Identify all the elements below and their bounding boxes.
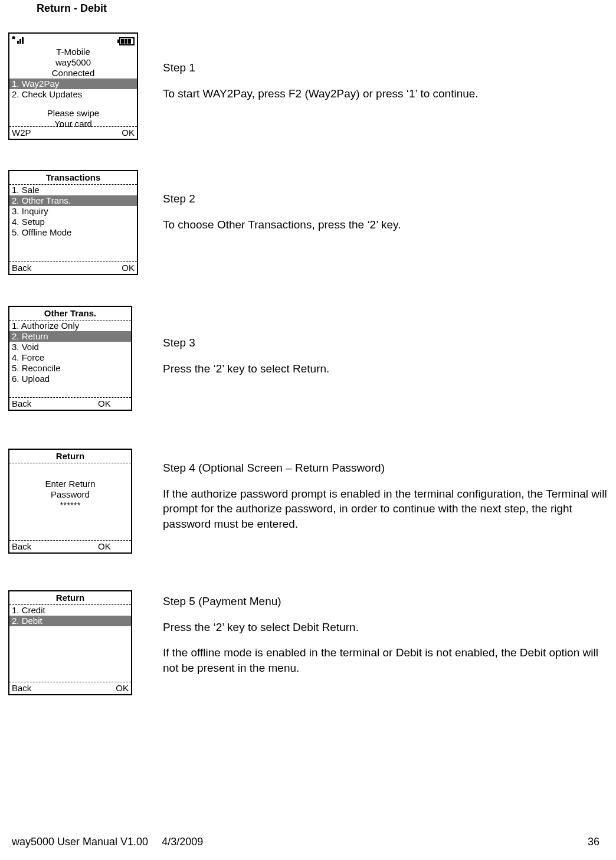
svg-rect-2: [22, 37, 24, 44]
svg-rect-1: [19, 39, 21, 44]
menu-item-upload[interactable]: 6. Upload: [9, 374, 131, 384]
step-2-title: Step 2: [163, 191, 610, 207]
softkey-left-back[interactable]: Back: [12, 541, 31, 552]
step-2-body: To choose Other Transactions, press the …: [163, 217, 610, 233]
step-3-title: Step 3: [163, 335, 610, 351]
terminal-screen-4: Return Enter Return Password ****** Back…: [8, 449, 132, 554]
menu-item-authorize-only[interactable]: 1. Authorize Only: [9, 321, 131, 331]
carrier-label: T-Mobile: [12, 47, 135, 57]
softkey-right-ok[interactable]: OK: [122, 127, 135, 138]
softkey-left-back[interactable]: Back: [12, 683, 31, 694]
step-1-block: Step 1 To start WAY2Pay, press F2 (Way2P…: [163, 60, 610, 101]
terminal-screen-1: T-Mobile way5000 Connected 1. Way2Pay 2.…: [8, 32, 138, 140]
device-label: way5000: [12, 57, 135, 68]
step-1-title: Step 1: [163, 60, 610, 76]
terminal-screen-2: Transactions 1. Sale 2. Other Trans. 3. …: [8, 170, 138, 275]
softkey-left-back[interactable]: Back: [12, 398, 31, 409]
softkey-left-w2p[interactable]: W2P: [12, 127, 31, 138]
screen-title: Return: [9, 450, 131, 463]
menu-item-return[interactable]: 2. Return: [9, 331, 131, 342]
password-prompt-line1: Enter Return: [9, 479, 131, 489]
step-1-body: To start WAY2Pay, press F2 (Way2Pay) or …: [163, 86, 610, 102]
footer-manual-version: way5000 User Manual V1.00: [12, 836, 148, 848]
menu-item-credit[interactable]: 1. Credit: [9, 605, 131, 616]
step-4-title: Step 4 (Optional Screen – Return Passwor…: [163, 460, 610, 476]
step-5-title: Step 5 (Payment Menu): [163, 594, 610, 609]
softkey-left-back[interactable]: Back: [12, 263, 31, 273]
softkey-right-ok[interactable]: OK: [122, 263, 135, 273]
menu-item-offline-mode[interactable]: 5. Offline Mode: [9, 227, 137, 238]
step-2-block: Step 2 To choose Other Transactions, pre…: [163, 191, 610, 232]
step-3-block: Step 3 Press the ‘2’ key to select Retur…: [163, 335, 610, 376]
menu-item-force[interactable]: 4. Force: [9, 352, 131, 363]
section-title: Return - Debit: [37, 2, 107, 15]
menu-item-check-updates[interactable]: 2. Check Updates: [9, 89, 137, 100]
step-3-body: Press the ‘2’ key to select Return.: [163, 361, 610, 377]
battery-icon: [119, 37, 135, 45]
menu-item-reconcile[interactable]: 5. Reconcile: [9, 363, 131, 374]
footer-page-number: 36: [588, 836, 599, 848]
screen-title: Transactions: [9, 171, 137, 184]
step-5-body1: Press the ‘2’ key to select Debit Return…: [163, 620, 610, 635]
softkey-right-ok[interactable]: OK: [116, 683, 129, 694]
terminal-screen-3: Other Trans. 1. Authorize Only 2. Return…: [8, 306, 132, 411]
swipe-prompt-line1: Please swipe: [9, 108, 137, 119]
menu-item-void[interactable]: 3. Void: [9, 342, 131, 352]
screen-title: Other Trans.: [9, 307, 131, 320]
screen-title: Return: [9, 591, 131, 604]
password-prompt-line2: Password: [9, 489, 131, 500]
password-masked[interactable]: ******: [9, 500, 131, 511]
softkey-right-ok[interactable]: OK: [98, 398, 111, 409]
menu-item-debit[interactable]: 2. Debit: [9, 616, 131, 626]
menu-item-sale[interactable]: 1. Sale: [9, 185, 137, 195]
signal-icon: [12, 35, 28, 47]
menu-item-other-trans[interactable]: 2. Other Trans.: [9, 195, 137, 206]
step-5-block: Step 5 (Payment Menu) Press the ‘2’ key …: [163, 594, 610, 676]
menu-item-setup[interactable]: 4. Setup: [9, 217, 137, 227]
menu-item-inquiry[interactable]: 3. Inquiry: [9, 206, 137, 217]
step-5-body2: If the offline mode is enabled in the te…: [163, 645, 610, 675]
step-4-body: If the authorize password prompt is enab…: [163, 486, 610, 532]
step-4-block: Step 4 (Optional Screen – Return Passwor…: [163, 460, 610, 532]
footer-date: 4/3/2009: [162, 836, 203, 848]
connection-status: Connected: [12, 68, 135, 79]
menu-item-way2pay[interactable]: 1. Way2Pay: [9, 79, 137, 89]
terminal-screen-5: Return 1. Credit 2. Debit Back OK: [8, 590, 132, 695]
svg-rect-0: [17, 41, 19, 44]
softkey-right-ok[interactable]: OK: [98, 541, 111, 552]
